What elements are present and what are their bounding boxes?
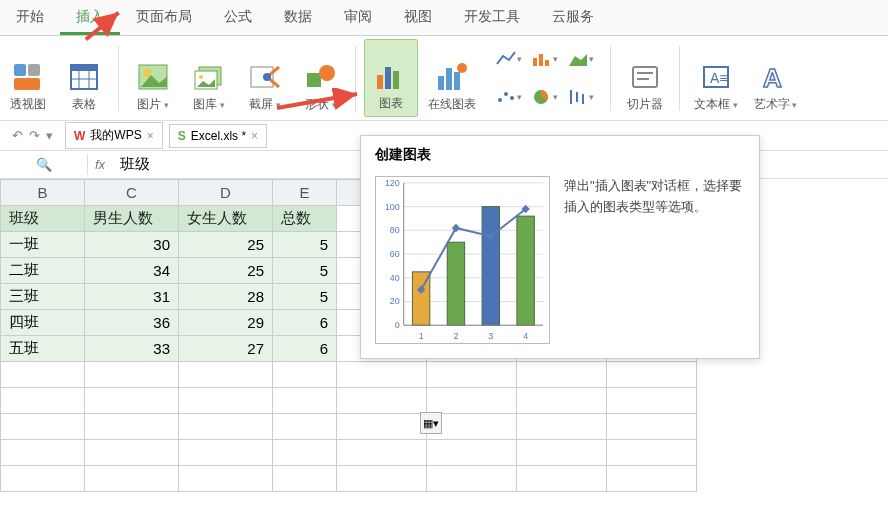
table-cell[interactable]: 34 bbox=[85, 258, 179, 284]
table-button[interactable]: 表格 bbox=[58, 39, 110, 117]
cell[interactable] bbox=[179, 388, 273, 414]
formula-value[interactable]: 班级 bbox=[112, 155, 150, 174]
cell[interactable] bbox=[337, 440, 427, 466]
mini-scatter-chart[interactable]: ▾ bbox=[491, 86, 525, 108]
cell[interactable] bbox=[337, 362, 427, 388]
dropdown-history[interactable]: ▾ bbox=[46, 128, 53, 143]
doc-tab-wps[interactable]: W我的WPS× bbox=[65, 122, 163, 149]
cell[interactable] bbox=[85, 388, 179, 414]
cell[interactable] bbox=[337, 466, 427, 492]
table-cell[interactable]: 5 bbox=[273, 258, 337, 284]
tab-插入[interactable]: 插入 bbox=[60, 0, 120, 35]
wordart-button[interactable]: A 艺术字 ▾ bbox=[748, 39, 804, 117]
cell[interactable] bbox=[273, 362, 337, 388]
cell[interactable] bbox=[1, 440, 85, 466]
table-cell[interactable]: 33 bbox=[85, 336, 179, 362]
cell[interactable] bbox=[85, 362, 179, 388]
col-header[interactable]: C bbox=[85, 180, 179, 206]
doc-tab-excel[interactable]: SExcel.xls *× bbox=[169, 124, 267, 148]
fill-handle-menu[interactable]: ▦▾ bbox=[420, 412, 442, 434]
cell[interactable] bbox=[337, 414, 427, 440]
cell[interactable] bbox=[1, 466, 85, 492]
cell[interactable] bbox=[427, 388, 517, 414]
table-cell[interactable]: 三班 bbox=[1, 284, 85, 310]
cell[interactable] bbox=[179, 414, 273, 440]
tab-公式[interactable]: 公式 bbox=[208, 0, 268, 35]
mini-bar-chart[interactable]: ▾ bbox=[527, 48, 561, 70]
name-box[interactable]: 🔍 bbox=[0, 154, 88, 175]
tab-视图[interactable]: 视图 bbox=[388, 0, 448, 35]
chart-button[interactable]: 图表 bbox=[364, 39, 418, 117]
cell[interactable] bbox=[85, 414, 179, 440]
cell[interactable] bbox=[337, 388, 427, 414]
cell[interactable] bbox=[273, 414, 337, 440]
table-cell[interactable]: 五班 bbox=[1, 336, 85, 362]
picture-button[interactable]: 图片 ▾ bbox=[127, 39, 179, 117]
screenshot-button[interactable]: 截屏 ▾ bbox=[239, 39, 291, 117]
table-cell[interactable]: 30 bbox=[85, 232, 179, 258]
mini-pie-chart[interactable]: ▾ bbox=[527, 86, 561, 108]
tab-开发工具[interactable]: 开发工具 bbox=[448, 0, 536, 35]
table-cell[interactable]: 29 bbox=[179, 310, 273, 336]
shapes-button[interactable]: 形状 ▾ bbox=[295, 39, 347, 117]
mini-line-chart[interactable]: ▾ bbox=[491, 48, 525, 70]
cell[interactable] bbox=[1, 362, 85, 388]
table-cell[interactable]: 25 bbox=[179, 258, 273, 284]
cell[interactable] bbox=[517, 440, 607, 466]
close-icon[interactable]: × bbox=[251, 129, 258, 143]
table-cell[interactable]: 5 bbox=[273, 284, 337, 310]
table-header-cell[interactable]: 班级 bbox=[1, 206, 85, 232]
cell[interactable] bbox=[85, 466, 179, 492]
table-header-cell[interactable]: 总数 bbox=[273, 206, 337, 232]
tab-开始[interactable]: 开始 bbox=[0, 0, 60, 35]
close-icon[interactable]: × bbox=[147, 129, 154, 143]
tab-审阅[interactable]: 审阅 bbox=[328, 0, 388, 35]
table-cell[interactable]: 四班 bbox=[1, 310, 85, 336]
col-header[interactable]: B bbox=[1, 180, 85, 206]
gallery-button[interactable]: 图库 ▾ bbox=[183, 39, 235, 117]
table-cell[interactable]: 二班 bbox=[1, 258, 85, 284]
cell[interactable] bbox=[427, 440, 517, 466]
table-header-cell[interactable]: 女生人数 bbox=[179, 206, 273, 232]
cell[interactable] bbox=[273, 440, 337, 466]
cell[interactable] bbox=[1, 388, 85, 414]
cell[interactable] bbox=[179, 466, 273, 492]
cell[interactable] bbox=[607, 440, 697, 466]
table-cell[interactable]: 31 bbox=[85, 284, 179, 310]
col-header[interactable]: D bbox=[179, 180, 273, 206]
undo-button[interactable]: ↶ bbox=[12, 128, 23, 143]
cell[interactable] bbox=[607, 466, 697, 492]
textbox-button[interactable]: A≡ 文本框 ▾ bbox=[688, 39, 744, 117]
cell[interactable] bbox=[517, 362, 607, 388]
cell[interactable] bbox=[1, 414, 85, 440]
table-cell[interactable]: 6 bbox=[273, 310, 337, 336]
cell[interactable] bbox=[607, 388, 697, 414]
cell[interactable] bbox=[517, 414, 607, 440]
online-chart-button[interactable]: 在线图表 bbox=[422, 39, 482, 117]
slicer-button[interactable]: 切片器 bbox=[619, 39, 671, 117]
tab-云服务[interactable]: 云服务 bbox=[536, 0, 610, 35]
cell[interactable] bbox=[427, 466, 517, 492]
tab-页面布局[interactable]: 页面布局 bbox=[120, 0, 208, 35]
table-cell[interactable]: 25 bbox=[179, 232, 273, 258]
col-header[interactable]: E bbox=[273, 180, 337, 206]
cell[interactable] bbox=[607, 362, 697, 388]
table-cell[interactable]: 36 bbox=[85, 310, 179, 336]
cell[interactable] bbox=[179, 362, 273, 388]
mini-stock-chart[interactable]: ▾ bbox=[563, 86, 597, 108]
cell[interactable] bbox=[85, 440, 179, 466]
cell[interactable] bbox=[273, 388, 337, 414]
pivot-view-button[interactable]: 透视图 bbox=[2, 39, 54, 117]
cell[interactable] bbox=[427, 362, 517, 388]
table-cell[interactable]: 27 bbox=[179, 336, 273, 362]
table-cell[interactable]: 一班 bbox=[1, 232, 85, 258]
cell[interactable] bbox=[179, 440, 273, 466]
cell[interactable] bbox=[517, 466, 607, 492]
cell[interactable] bbox=[273, 466, 337, 492]
tab-数据[interactable]: 数据 bbox=[268, 0, 328, 35]
mini-area-chart[interactable]: ▾ bbox=[563, 48, 597, 70]
cell[interactable] bbox=[607, 414, 697, 440]
table-cell[interactable]: 5 bbox=[273, 232, 337, 258]
redo-button[interactable]: ↷ bbox=[29, 128, 40, 143]
cell[interactable] bbox=[517, 388, 607, 414]
